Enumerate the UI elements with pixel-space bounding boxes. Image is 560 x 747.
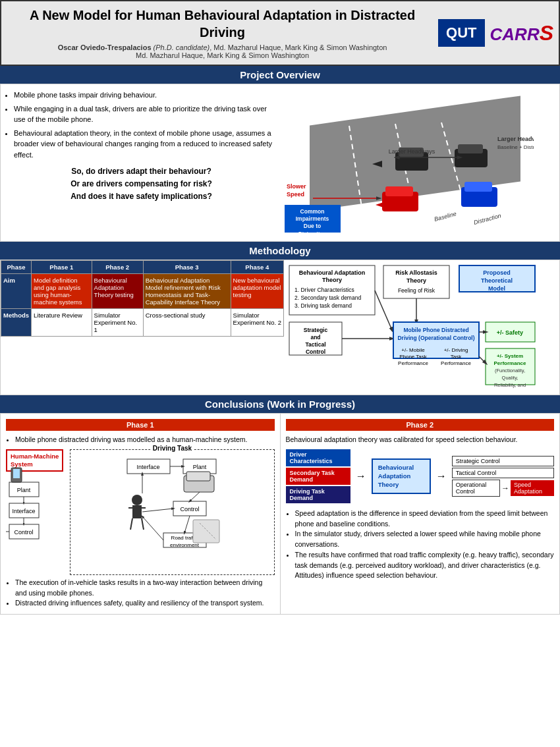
table-row-methods: Methods Literature Review Simulator Expe… [1,309,284,337]
method-p2: Simulator Experiment No. 1 [92,309,143,337]
phase1-subheader: Phase 1 [6,419,275,431]
svg-text:(Functionality,: (Functionality, [495,368,525,374]
strategic-output: Strategic Control [452,456,554,466]
svg-text:Larger Headways: Larger Headways [389,148,435,155]
overview-text: Mobile phone tasks impair driving behavi… [6,90,277,236]
op-arrow: → [501,484,509,493]
phase2-bullet-2: Speed adaptation is the difference in sp… [295,509,555,530]
header-title-block: A New Model for Human Behavioural Adapta… [7,7,438,59]
author-name: Oscar Oviedo-Trespalacios [58,43,152,51]
svg-text:Model: Model [488,285,505,292]
method-p1: Literature Review [32,309,92,337]
author-rest: , Md. Mazharul Haque, Mark King & Simon … [210,43,387,51]
svg-text:Slower: Slower [287,183,306,190]
svg-text:+/- Mobile: +/- Mobile [401,347,425,353]
road-diagram-container: Larger Headways Larger Headways Baseline… [283,90,554,236]
svg-rect-106 [13,469,20,478]
svg-text:Proposed: Proposed [483,269,511,276]
svg-text:Plant: Plant [17,487,31,493]
phase2-bullets: Speed adaptation is the difference in sp… [286,509,555,581]
svg-text:Driving (Operational Control): Driving (Operational Control) [397,335,474,341]
bat-theory-label: Behavioural Adaptation Theory [372,458,431,494]
svg-line-95 [190,492,200,501]
svg-text:Baseline: Baseline [434,210,457,223]
author-title: (Ph.D. candidate) [154,43,210,51]
logos-container: QUT CARRS [438,19,553,47]
svg-text:Due to: Due to [304,223,321,229]
hms-left-svg: Plant Interface Control [6,462,59,541]
svg-point-80 [132,495,142,505]
svg-line-72 [479,356,486,363]
svg-line-96 [184,516,190,533]
svg-rect-5 [458,144,483,153]
svg-text:Interface: Interface [137,464,160,470]
phase1-bullet-1: Mobile phone distracted driving was mode… [15,435,275,445]
svg-line-97 [142,516,163,540]
svg-text:Tactical: Tactical [305,341,325,348]
conclusions-header: Conclusions (Work in Progress) [0,395,560,413]
phase1-bullet-3: Distracted driving influences safety, qu… [15,598,275,609]
table-header-row: Phase Phase 1 Phase 2 Phase 3 Phase 4 [1,261,284,274]
driving-task-diagram: Driving Task Interface Plant [70,449,274,575]
col-phase2: Phase 2 [92,261,143,274]
driving-task-svg: Interface Plant Control [74,454,226,569]
bullet-1: Mobile phone tasks impair driving behavi… [14,90,277,101]
header: A New Model for Human Behavioural Adapta… [0,0,560,66]
svg-text:+/- Driving: +/- Driving [444,347,468,353]
svg-text:Performance: Performance [398,360,428,366]
conclusions-content: Phase 1 Mobile phone distracted driving … [0,413,560,615]
bullet-3: Behavioural adaptation theory, in the co… [14,128,277,161]
svg-text:Plant: Plant [193,464,207,470]
svg-marker-28 [376,202,385,208]
aim-p2: Behavioural Adaptation Theory testing [92,274,143,309]
aim-p1: Model definition and gap analysis using … [32,274,92,309]
tactical-output: Tactical Control [452,468,554,478]
phase2-section: Phase 2 Behavioural adaptation theory wa… [281,414,560,614]
phase2-subheader: Phase 2 [286,419,555,431]
aim-p4: New behavioural adaptation model testing [231,274,283,309]
svg-text:+/- Safety: +/- Safety [497,329,523,336]
operational-output: Operational Control [452,480,500,497]
svg-text:Reliability, and: Reliability, and [494,382,526,388]
svg-text:Speed: Speed [287,191,304,198]
svg-line-83 [130,518,132,530]
road-diagram-svg: Larger Headways Larger Headways Baseline… [283,90,534,235]
col-phase3: Phase 3 [143,261,231,274]
driving-task-label: Driving Task [151,445,194,452]
svg-text:Control: Control [181,506,200,512]
carrs-logo: CARRS [490,21,553,45]
svg-text:Theory: Theory [406,277,426,284]
phase2-bullet-4: The results have confirmed that road tra… [295,550,555,581]
svg-line-94 [142,509,173,512]
svg-text:+/- System: +/- System [497,353,523,359]
bullet-2: While engaging in a dual task, drivers a… [14,103,277,125]
bat-diagram-container: Driver Characteristics Secondary Task De… [286,449,555,503]
phase2-intro: Behavioural adaptation theory was calibr… [286,435,555,445]
svg-text:Theory: Theory [322,277,342,283]
qut-logo: QUT [438,19,484,47]
svg-rect-79 [186,472,210,481]
phase1-bullet-2: The execution of in-vehicle tasks result… [15,578,275,599]
phase2-bullet-3: In the simulator study, drivers selected… [295,529,555,550]
carrs-s: S [540,21,553,45]
phase1-bullets-2: The execution of in-vehicle tasks result… [6,578,275,609]
aim-p3: Behavioural Adaptation Model refinement … [143,274,231,309]
svg-text:3. Driving task demand: 3. Driving task demand [294,302,352,309]
svg-text:Risk Allostasis: Risk Allostasis [395,269,437,276]
svg-text:Phone Task: Phone Task [399,354,428,360]
svg-text:Distraction: Distraction [298,231,326,235]
operational-row: Operational Control → Speed Adaptation [452,480,554,497]
svg-text:Control: Control [14,529,33,536]
svg-rect-90 [193,520,219,543]
phase-table: Phase Phase 1 Phase 2 Phase 3 Phase 4 Ai… [1,260,284,395]
aim-label: Aim [1,274,32,309]
method-p3: Cross-sectional study [143,309,231,337]
svg-text:1. Driver Characteristics: 1. Driver Characteristics [294,287,354,293]
phases-table-element: Phase Phase 1 Phase 2 Phase 3 Phase 4 Ai… [1,260,284,337]
secondary-task-input: Secondary Task Demand [286,468,350,485]
svg-text:Interface: Interface [12,508,35,514]
driver-char-input: Driver Characteristics [286,449,350,466]
overview-bullets: Mobile phone tasks impair driving behavi… [6,90,277,160]
svg-text:Behavioural Adaptation: Behavioural Adaptation [299,269,366,276]
svg-rect-11 [385,186,413,196]
